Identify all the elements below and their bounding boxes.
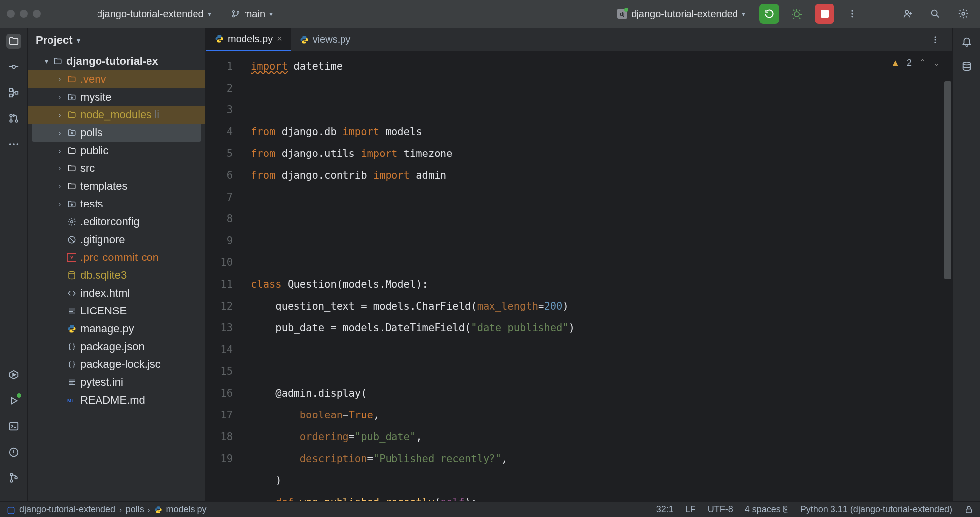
chevron-right-icon: › <box>55 200 64 208</box>
indent-setting[interactable]: 4 spaces ⎘ <box>745 504 788 515</box>
svg-point-40 <box>935 36 936 38</box>
tree-root[interactable]: ▾ django-tutorial-ex <box>28 52 205 70</box>
tree-item[interactable]: pytest.ini <box>28 373 205 391</box>
tree-item-label: mysite <box>80 91 112 103</box>
line-separator[interactable]: LF <box>686 504 696 515</box>
search-icon[interactable] <box>926 4 945 24</box>
file-type-icon <box>67 235 77 244</box>
svg-point-0 <box>232 11 234 13</box>
chevron-up-icon[interactable]: ⌃ <box>919 57 926 68</box>
problems-tool-icon[interactable] <box>6 445 21 460</box>
notifications-icon[interactable] <box>959 34 974 49</box>
svg-point-38 <box>69 272 75 274</box>
project-panel-header[interactable]: Project ▾ <box>28 28 205 52</box>
titlebar: django-tutorial-extended ▾ main ▾ dj dja… <box>0 0 980 28</box>
tree-item-label: .pre-commit-con <box>80 251 159 264</box>
left-toolbar <box>0 28 28 501</box>
line-number: 17 <box>206 404 233 426</box>
tree-item[interactable]: package-lock.jsc <box>28 356 205 373</box>
line-number: 18 <box>206 426 233 448</box>
services-tool-icon[interactable] <box>6 367 21 382</box>
tree-item[interactable]: M↓README.md <box>28 391 205 409</box>
tree-item-label: manage.py <box>80 322 134 335</box>
tab-label: views.py <box>313 34 351 45</box>
tab-models-py[interactable]: models.py × <box>206 28 291 51</box>
tree-item[interactable]: ›public <box>28 142 205 159</box>
tree-item[interactable]: .gitignore <box>28 231 205 249</box>
project-tree[interactable]: ▾ django-tutorial-ex ›.venv›mysite›node_… <box>28 52 205 501</box>
window-controls <box>7 10 41 18</box>
svg-point-2 <box>237 11 239 13</box>
settings-icon[interactable] <box>953 4 973 24</box>
tab-views-py[interactable]: views.py <box>291 28 360 51</box>
database-icon[interactable] <box>959 59 974 74</box>
readonly-icon[interactable] <box>964 505 973 514</box>
tree-item-label: src <box>80 162 95 175</box>
project-tool-icon[interactable] <box>6 34 21 49</box>
tree-item[interactable]: ›src <box>28 159 205 177</box>
project-name: django-tutorial-extended <box>97 8 204 20</box>
inspection-widget[interactable]: ▲ 2 ⌃ ⌄ <box>891 57 940 68</box>
editor-scrollbar[interactable] <box>944 81 951 279</box>
code-content[interactable]: import datetime from django.db import mo… <box>241 52 952 501</box>
tree-root-label: django-tutorial-ex <box>66 55 158 68</box>
file-type-icon <box>67 200 77 208</box>
run-tool-icon[interactable] <box>6 393 21 408</box>
cursor-position[interactable]: 32:1 <box>656 504 674 515</box>
close-icon[interactable]: × <box>277 34 282 44</box>
code-editor[interactable]: 12345678910111213141516171819 import dat… <box>206 52 952 501</box>
stop-button[interactable] <box>815 4 834 24</box>
svg-point-28 <box>10 473 13 476</box>
git-branch-selector[interactable]: main ▾ <box>225 5 279 23</box>
more-tools-icon[interactable] <box>6 137 21 152</box>
line-number: 5 <box>206 143 233 164</box>
vcs-tool-icon[interactable] <box>6 470 21 485</box>
terminal-tool-icon[interactable] <box>6 419 21 434</box>
pull-requests-icon[interactable] <box>6 111 21 126</box>
tree-item[interactable]: ›polls <box>32 124 201 142</box>
tree-item[interactable]: Y.pre-commit-con <box>28 249 205 266</box>
python-icon <box>300 35 309 44</box>
python-interpreter[interactable]: Python 3.11 (django-tutorial-extended) <box>800 504 952 515</box>
tree-item[interactable]: manage.py <box>28 320 205 338</box>
svg-rect-6 <box>821 10 829 18</box>
file-encoding[interactable]: UTF-8 <box>708 504 733 515</box>
tree-item[interactable]: ›templates <box>28 177 205 195</box>
file-type-icon <box>67 271 77 280</box>
file-type-icon <box>67 342 77 351</box>
tree-item-label: tests <box>80 198 103 210</box>
debug-button[interactable] <box>787 4 807 24</box>
tree-item[interactable]: package.json <box>28 338 205 356</box>
chevron-right-icon: › <box>55 182 64 190</box>
tree-item-label: polls <box>80 126 102 139</box>
run-button[interactable] <box>759 4 779 24</box>
svg-point-17 <box>10 114 12 117</box>
more-menu[interactable] <box>842 4 862 24</box>
chevron-down-icon[interactable]: ⌄ <box>933 57 940 68</box>
breadcrumb[interactable]: ▢ django-tutorial-extended › polls › mod… <box>7 504 207 515</box>
tree-item[interactable]: ›node_modules li <box>28 106 205 124</box>
branch-icon <box>231 9 240 18</box>
tree-item[interactable]: db.sqlite3 <box>28 266 205 284</box>
file-type-icon <box>67 289 77 298</box>
close-window[interactable] <box>7 10 15 18</box>
tree-item[interactable]: ›.venv <box>28 70 205 88</box>
tree-item[interactable]: ›mysite <box>28 88 205 106</box>
tree-item[interactable]: index.html <box>28 284 205 302</box>
run-config-name: django-tutorial-extended <box>631 8 738 20</box>
commit-tool-icon[interactable] <box>6 59 21 74</box>
tree-item[interactable]: LICENSE <box>28 302 205 320</box>
minimize-window[interactable] <box>20 10 28 18</box>
line-number: 14 <box>206 339 233 361</box>
tree-item[interactable]: ›tests <box>28 195 205 213</box>
tree-item[interactable]: .editorconfig <box>28 213 205 231</box>
code-with-me-icon[interactable] <box>898 4 918 24</box>
run-config-selector[interactable]: dj django-tutorial-extended ▾ <box>611 5 751 23</box>
maximize-window[interactable] <box>33 10 41 18</box>
tabs-more-icon[interactable] <box>926 30 945 50</box>
project-selector[interactable]: django-tutorial-extended ▾ <box>91 5 217 23</box>
structure-tool-icon[interactable] <box>6 85 21 100</box>
tree-item-label: index.html <box>80 287 130 300</box>
chevron-down-icon: ▾ <box>42 57 50 65</box>
file-type-icon <box>67 182 77 191</box>
